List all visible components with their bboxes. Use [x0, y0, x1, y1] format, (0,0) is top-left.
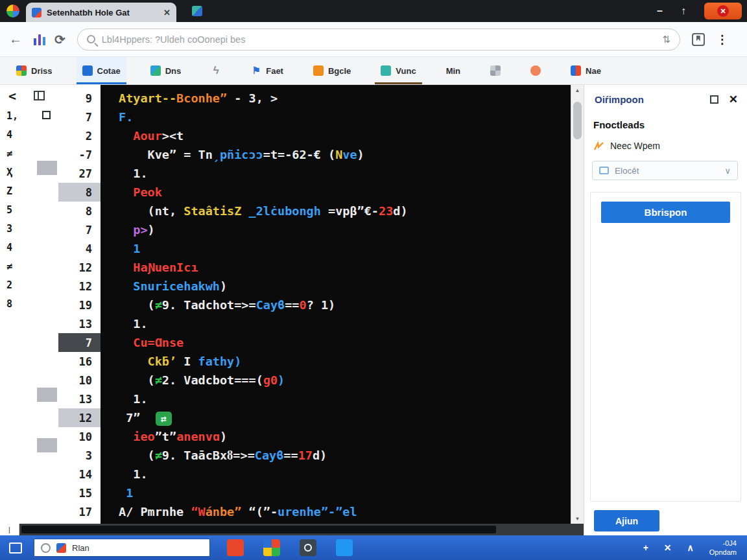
reading-list-icon[interactable] — [34, 34, 45, 45]
code-line[interactable]: HaƝuenIcı — [101, 258, 571, 277]
collapse-chevron-icon[interactable]: < — [8, 88, 16, 104]
bookmark-save-icon[interactable] — [692, 33, 705, 46]
line-number[interactable]: 8 — [58, 202, 101, 220]
line-number[interactable]: 19 — [58, 296, 101, 314]
line-number[interactable]: 12 — [58, 408, 101, 427]
code-line[interactable]: F. — [101, 108, 571, 126]
bookmark-item[interactable] — [484, 57, 506, 84]
line-number[interactable]: 9 — [58, 89, 101, 108]
line-number[interactable]: 7 — [58, 108, 101, 126]
line-number[interactable]: 16 — [58, 352, 101, 371]
tab-close-icon[interactable]: ✕ — [163, 8, 171, 18]
code-line[interactable]: Aour><t — [101, 126, 571, 145]
sort-arrows-icon[interactable]: ⇅ — [662, 34, 670, 45]
panel-maximize-icon[interactable] — [710, 95, 718, 104]
code-editor[interactable]: Atyart--Bconhe” - 3, >F. Aour><t Kve” = … — [101, 85, 571, 524]
line-number[interactable]: 7 — [58, 220, 101, 239]
horizontal-scrollbar-thumb[interactable] — [21, 526, 496, 533]
bookmark-item-min[interactable]: Min — [440, 57, 466, 84]
maximize-icon[interactable]: ↑ — [681, 5, 686, 17]
code-line[interactable]: (≠2. Vadcbot===(ɡ0) — [101, 371, 571, 390]
back-icon[interactable]: ← — [9, 32, 22, 47]
bookmark-item-nae[interactable]: Nae — [565, 57, 607, 84]
line-number[interactable]: 13 — [58, 390, 101, 408]
code-line[interactable]: 1. — [101, 390, 571, 408]
line-number[interactable]: 2 — [58, 126, 101, 145]
blue-app-icon[interactable] — [336, 539, 353, 556]
scrollbar-thumb[interactable] — [573, 102, 582, 139]
code-line[interactable]: 1 — [101, 239, 571, 258]
panel-close-icon[interactable]: ✕ — [729, 93, 738, 106]
code-line[interactable]: (≠9. TaācBxȣ=>=Cayϐ==17d) — [101, 446, 571, 465]
horizontal-scrollbar[interactable]: | — [0, 524, 584, 535]
file-dropdown[interactable]: Elocêt ∨ — [592, 161, 738, 180]
line-number[interactable]: 7 — [58, 333, 101, 352]
line-number[interactable]: 14 — [58, 465, 101, 484]
code-line[interactable]: Peok — [101, 183, 571, 202]
code-line[interactable]: (≠9. Tadchot=>=Cayϐ==0? 1) — [101, 296, 571, 314]
office-app-icon[interactable] — [227, 539, 244, 556]
bookmark-item-vunc[interactable]: Vunc — [375, 57, 421, 84]
plus-icon[interactable]: + — [643, 542, 648, 553]
line-number[interactable]: 12 — [58, 277, 101, 296]
tray-clock[interactable]: -0J4 Opndam — [709, 539, 737, 557]
code-line[interactable]: Kve” = Tnˏpñicɔɔ=t=-62-€ (Nve) — [101, 145, 571, 164]
taskbar-search-input[interactable]: Rlan — [34, 539, 210, 557]
scroll-up-icon[interactable]: ▲ — [571, 85, 584, 95]
menu-dots-icon[interactable]: ⋮ — [717, 32, 728, 47]
code-line[interactable]: Atyart--Bconhe” - 3, > — [101, 89, 571, 108]
chevron-up-icon[interactable]: ∧ — [687, 542, 694, 553]
line-number[interactable]: 10 — [58, 371, 101, 390]
split-view-icon[interactable] — [34, 91, 45, 100]
line-number[interactable]: 17 — [58, 502, 101, 521]
line-number[interactable]: 12 — [58, 258, 101, 277]
pinned-tab-icon[interactable] — [192, 6, 202, 16]
line-number[interactable]: 15 — [58, 484, 101, 502]
bookmark-item[interactable]: ϟ — [205, 57, 227, 84]
primary-button[interactable]: Bbrispon — [601, 202, 730, 223]
code-line[interactable]: ieo”t”anenvɑ) — [101, 427, 571, 446]
code-token: 1. — [119, 467, 148, 481]
line-number[interactable]: 13 — [58, 314, 101, 333]
code-line[interactable]: 1. — [101, 465, 571, 484]
code-line[interactable]: A/ Pmrnhe “Wánbe” “(”-urenhe”-”el — [101, 502, 571, 521]
code-line[interactable]: Cu=Ɑnse — [101, 333, 571, 352]
code-line[interactable]: 1. — [101, 164, 571, 183]
code-line[interactable]: p>) — [101, 220, 571, 239]
run-button[interactable]: Ajiun — [594, 510, 659, 531]
line-number[interactable]: 8 — [58, 183, 101, 202]
code-line[interactable]: 7” ⇄ — [101, 408, 571, 427]
line-number[interactable]: 4 — [58, 239, 101, 258]
line-number[interactable]: -7 — [58, 145, 101, 164]
browser-logo-icon[interactable] — [6, 5, 19, 18]
grid-app-icon[interactable] — [263, 539, 280, 556]
camera-app-icon[interactable] — [300, 539, 316, 556]
code-token: ) — [220, 430, 227, 443]
bookmark-item-cotae[interactable]: Cotae — [77, 57, 126, 84]
task-view-icon[interactable] — [9, 542, 22, 554]
line-number[interactable]: 10 — [58, 427, 101, 446]
vertical-scrollbar[interactable]: ▲ ▼ — [571, 85, 584, 524]
window-close-button[interactable]: ✕ — [704, 3, 742, 19]
code-line[interactable]: Snuricehakwh) — [101, 277, 571, 296]
bookmark-item-faet[interactable]: ⚑Faet — [245, 57, 289, 84]
checkbox[interactable] — [42, 111, 51, 119]
bookmark-item[interactable] — [525, 57, 547, 84]
close-icon[interactable]: ✕ — [664, 542, 672, 553]
code-line[interactable]: Ckƃ’ I fathy) — [101, 352, 571, 371]
scroll-down-icon[interactable]: ▼ — [571, 513, 584, 524]
line-number[interactable]: 27 — [58, 164, 101, 183]
line-number[interactable]: 3 — [58, 446, 101, 465]
bookmark-item-dns[interactable]: Dns — [145, 57, 187, 84]
refresh-icon[interactable]: ⟳ — [54, 32, 65, 47]
bookmark-item-driss[interactable]: Driss — [10, 57, 58, 84]
url-input[interactable]: Lbl4Hppers: ?Uldeh coOonepi bes ⇅ — [77, 29, 680, 51]
minimize-icon[interactable]: – — [657, 5, 663, 17]
browser-tab[interactable]: Setenhatbh Hole Gat ✕ — [26, 3, 176, 22]
bookmark-item-bgcle[interactable]: Bgcle — [307, 57, 357, 84]
code-token: Cu=Ɑnse — [119, 336, 184, 349]
new-item-link[interactable]: Neec Wpem — [584, 130, 747, 151]
code-line[interactable]: 1 — [101, 484, 571, 502]
code-line[interactable]: 1. — [101, 314, 571, 333]
code-line[interactable]: (nt, StaâtisZ _2lċubongh =vpβ”€-23d) — [101, 202, 571, 220]
